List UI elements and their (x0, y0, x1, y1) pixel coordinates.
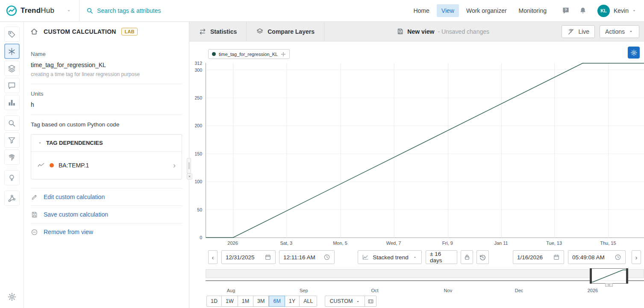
range-button-1d[interactable]: 1D (206, 296, 222, 307)
start-date-field[interactable]: 12/31/2025 (221, 250, 276, 264)
remove-from-view-link[interactable]: Remove from view (31, 223, 182, 241)
custom-range-picker-button[interactable] (365, 296, 376, 307)
custom-range-dropdown[interactable]: CUSTOM (325, 298, 365, 304)
save-custom-calculation-link[interactable]: Save custom calculation (31, 205, 182, 223)
legend-color-dot (212, 52, 216, 56)
units-label: Units (31, 91, 182, 97)
chevron-right-icon: › (173, 161, 176, 169)
selection-handle-left[interactable] (590, 268, 592, 284)
x-axis-tick-label: Fri, 9 (442, 241, 453, 246)
main-nav: Home View Work organizer Monitoring (409, 4, 551, 17)
y-axis-labels: 050100150200250300312 (189, 63, 204, 238)
custom-calculation-icon (7, 47, 16, 56)
search-icon (7, 119, 16, 128)
save-icon (31, 211, 38, 218)
view-status: - Unsaved changes (438, 28, 489, 35)
name-value: time_tag_for_regression_KL (31, 62, 182, 68)
help-icon: ? (562, 6, 570, 15)
chevron-down-icon (37, 140, 43, 146)
x-axis-labels: 2026Sat, 3Mon, 5Wed, 7Fri, 9Jan 11Tue, 1… (206, 241, 644, 246)
trend-legend-chip[interactable]: time_tag_for_regression_KL (208, 49, 290, 59)
nav-item-home[interactable]: Home (409, 4, 434, 17)
global-search[interactable]: Search tags & attributes (86, 7, 161, 15)
overview-tick-label: Sep (300, 288, 308, 293)
sidebar-item-recommendations[interactable] (4, 170, 20, 185)
live-button[interactable]: Live (562, 25, 595, 38)
live-off-icon (567, 28, 575, 35)
overview-selection-line (590, 269, 628, 283)
notifications-button[interactable] (579, 6, 587, 15)
sidebar-item-comments[interactable] (4, 78, 20, 93)
x-axis-tick-label: Thu, 15 (600, 241, 616, 246)
tab-statistics[interactable]: Statistics (189, 22, 247, 41)
name-label: Name (31, 51, 182, 57)
sidebar-item-search[interactable] (4, 115, 20, 131)
view-info[interactable]: New view - Unsaved changes (397, 28, 489, 35)
actions-button[interactable]: Actions (600, 25, 639, 38)
sidebar-item-fingerprint[interactable] (4, 150, 20, 165)
tag-dependencies-header[interactable]: TAG DEPENDENCIES (31, 135, 182, 152)
duration-field[interactable]: ± 16 days (426, 250, 457, 264)
range-button-all[interactable]: ALL (300, 296, 317, 307)
chevron-down-icon (631, 8, 637, 14)
overview-tick-label: Nov (444, 288, 453, 293)
sidebar-item-machine-learning[interactable] (4, 191, 20, 206)
pencil-icon (31, 194, 38, 201)
move-handle-icon[interactable] (281, 52, 286, 57)
selection-scroll-grip[interactable] (605, 283, 613, 287)
y-axis-tick-label: 0 (200, 235, 202, 240)
end-date-field[interactable]: 1/16/2026 (513, 250, 564, 264)
overview-axis-labels: AugSepOctNovDec2026 (206, 288, 644, 293)
trend-view: time_tag_for_regression_KL 0501001502002… (189, 41, 644, 308)
user-avatar[interactable]: KL (597, 5, 610, 17)
pan-left-button[interactable]: ‹ (208, 250, 218, 264)
chart-settings-button[interactable] (628, 47, 640, 59)
nav-item-work-organizer[interactable]: Work organizer (462, 4, 512, 17)
gear-icon (7, 292, 17, 302)
selection-handle-right[interactable] (626, 268, 628, 284)
sidebar-item-settings[interactable] (4, 289, 20, 305)
user-menu[interactable]: Kevin (614, 7, 637, 14)
nav-item-view[interactable]: View (437, 4, 459, 17)
view-name: New view (407, 28, 434, 35)
lightbulb-icon (7, 173, 16, 182)
help-button[interactable]: ? (562, 6, 570, 15)
search-icon (86, 7, 94, 15)
tag-dependencies-title: TAG DEPENDENCIES (46, 140, 103, 146)
sidebar-item-tags[interactable] (4, 26, 20, 42)
sidebar-item-layers[interactable] (4, 61, 20, 76)
panel-collapse-button[interactable]: × (187, 173, 192, 179)
pan-right-button[interactable]: › (632, 250, 641, 264)
home-button[interactable] (30, 27, 38, 36)
range-button-1y[interactable]: 1Y (285, 296, 300, 307)
range-selector: 1D 1W 1M 3M 6M 1Y ALL CUSTOM (206, 296, 376, 307)
plot-area[interactable] (206, 63, 644, 238)
range-button-3m[interactable]: 3M (253, 296, 269, 307)
sidebar-item-custom-calculation[interactable] (4, 44, 20, 59)
range-button-1w[interactable]: 1W (222, 296, 238, 307)
top-bar: TrendHub Search tags & attributes Home V… (0, 0, 644, 22)
tag-color-dot (50, 163, 54, 167)
time-controls: ‹ 12/31/2025 12:11:16 AM Stacked trend (208, 250, 641, 264)
edit-custom-calculation-link[interactable]: Edit custom calculation (31, 188, 182, 205)
y-axis-tick-label: 200 (194, 123, 202, 128)
overview-selection[interactable] (590, 268, 628, 284)
nav-item-monitoring[interactable]: Monitoring (514, 4, 551, 17)
lock-button[interactable] (461, 250, 473, 264)
app-logo[interactable]: TrendHub (6, 5, 54, 16)
range-button-6m[interactable]: 6M (269, 296, 285, 307)
name-description: creating a time tag for linear regressio… (31, 71, 182, 77)
range-button-1m[interactable]: 1M (238, 296, 253, 307)
sidebar-item-filter[interactable] (4, 132, 20, 148)
overview-track[interactable] (206, 269, 644, 278)
trend-mode-dropdown[interactable]: Stacked trend (358, 250, 422, 264)
end-time-field[interactable]: 05:49:08 AM (568, 250, 626, 264)
sidebar-item-dashboards[interactable] (4, 95, 20, 110)
start-time-field[interactable]: 12:11:16 AM (279, 250, 335, 264)
tab-compare-layers[interactable]: Compare Layers (247, 22, 324, 41)
panel-resize-handle[interactable] (187, 158, 191, 173)
history-button[interactable] (476, 250, 489, 264)
calendar-icon (265, 254, 271, 261)
workspace-dropdown[interactable] (65, 7, 72, 14)
dependency-row[interactable]: BA:TEMP.1 › (31, 152, 182, 179)
